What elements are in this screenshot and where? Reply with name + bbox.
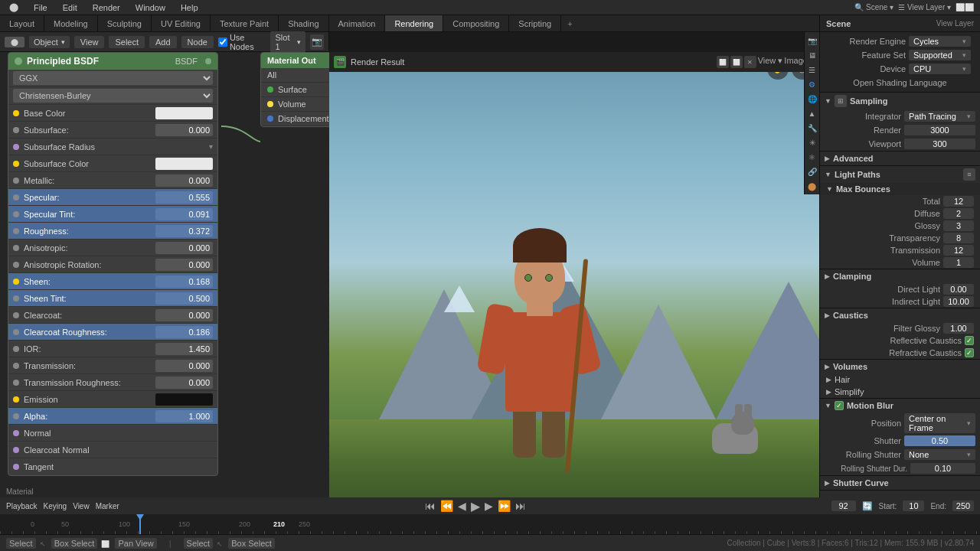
end-frame-input[interactable]: 250 bbox=[952, 500, 974, 511]
menu-render[interactable]: Render bbox=[90, 3, 123, 12]
specular-value[interactable]: 0.555 bbox=[155, 191, 213, 204]
prev-keyframe-btn[interactable]: ◀ bbox=[458, 500, 466, 512]
tab-compositing[interactable]: Compositing bbox=[443, 15, 509, 31]
anisotropic-socket[interactable] bbox=[13, 245, 19, 251]
playback-dropdown[interactable]: Playback bbox=[6, 502, 38, 510]
loop-icon[interactable]: 🔄 bbox=[862, 501, 873, 511]
emission-swatch[interactable] bbox=[155, 393, 213, 406]
motion-blur-header[interactable]: ▼ ✓ Motion Blur bbox=[820, 399, 980, 412]
select-btn-2[interactable]: Select bbox=[184, 538, 214, 549]
sheen-socket[interactable] bbox=[13, 279, 19, 285]
node-output-socket[interactable] bbox=[205, 58, 211, 64]
render-properties-icon[interactable]: 📷 bbox=[805, 34, 819, 47]
anisotropic-rotation-value[interactable]: 0.000 bbox=[155, 259, 213, 271]
roughness-value[interactable]: 0.372 bbox=[155, 225, 213, 237]
clearcoat-socket[interactable] bbox=[13, 312, 19, 318]
ggx-dropdown[interactable]: GGX bbox=[13, 71, 213, 85]
view-layer-selector[interactable]: ☰ View Layer ▾ bbox=[898, 3, 951, 11]
tab-uv-editing[interactable]: UV Editing bbox=[152, 15, 211, 31]
select-menu[interactable]: Select bbox=[109, 36, 145, 48]
emission-socket[interactable] bbox=[13, 396, 19, 403]
output-properties-icon[interactable]: 🖥 bbox=[805, 48, 819, 62]
normal-socket[interactable] bbox=[13, 430, 19, 436]
rolling-shutter-dropdown[interactable]: None▾ bbox=[904, 449, 975, 460]
anisotropic-rotation-socket[interactable] bbox=[13, 262, 19, 268]
specular-tint-value[interactable]: 0.091 bbox=[155, 208, 213, 220]
box-select-btn-2[interactable]: Box Select bbox=[228, 538, 275, 549]
material-properties-icon[interactable]: ⬤ bbox=[805, 179, 819, 193]
roughness-socket[interactable] bbox=[13, 228, 19, 234]
tab-modeling[interactable]: Modeling bbox=[44, 15, 98, 31]
add-menu[interactable]: Add bbox=[149, 36, 177, 48]
alpha-value[interactable]: 1.000 bbox=[155, 410, 213, 422]
go-start-btn[interactable]: ⏮ bbox=[425, 500, 436, 512]
transparency-value[interactable]: 8 bbox=[943, 233, 974, 243]
tab-sculpting[interactable]: Sculpting bbox=[98, 15, 152, 31]
clearcoat-normal-socket[interactable] bbox=[13, 447, 19, 453]
volumes-header[interactable]: ▶ Volumes bbox=[820, 360, 980, 373]
clearcoat-value[interactable]: 0.000 bbox=[155, 309, 213, 321]
menu-window[interactable]: Window bbox=[132, 3, 168, 12]
world-properties-icon[interactable]: 🌐 bbox=[805, 92, 819, 106]
diffuse-value[interactable]: 2 bbox=[943, 208, 974, 219]
reflective-caustics-checkbox[interactable]: ✓ bbox=[965, 336, 974, 345]
specular-tint-socket[interactable] bbox=[13, 211, 19, 217]
specular-socket[interactable] bbox=[13, 194, 19, 201]
start-frame-input[interactable]: 10 bbox=[903, 500, 924, 511]
sheen-tint-socket[interactable] bbox=[13, 295, 19, 302]
render-icon[interactable]: 🎬 bbox=[334, 56, 346, 68]
render-settings-icon[interactable]: ⬜ bbox=[717, 56, 729, 68]
prev-frame-btn[interactable]: ⏪ bbox=[440, 500, 453, 512]
indirect-light-value[interactable]: 10.00 bbox=[943, 296, 974, 307]
direct-light-value[interactable]: 0.00 bbox=[943, 284, 974, 295]
subsurface-value[interactable]: 0.000 bbox=[155, 124, 213, 136]
shutter-curve-header[interactable]: ▶ Shutter Curve bbox=[820, 476, 980, 490]
node-menu[interactable]: Node bbox=[181, 36, 214, 48]
scene-properties-icon[interactable]: ⚙ bbox=[805, 77, 819, 91]
transmission-value[interactable]: 0.000 bbox=[155, 360, 213, 372]
render-samples-value[interactable]: 3000 bbox=[904, 125, 975, 135]
integrator-dropdown[interactable]: Path Tracing▾ bbox=[904, 111, 975, 122]
render-view-dropdown[interactable]: View ▾ bbox=[758, 56, 783, 68]
clearcoat-roughness-socket[interactable] bbox=[13, 329, 19, 335]
select-btn[interactable]: Select bbox=[6, 538, 36, 549]
metallic-socket[interactable] bbox=[13, 178, 19, 184]
pan-view-btn[interactable]: Pan View bbox=[115, 538, 156, 549]
advanced-header[interactable]: ▶ Advanced bbox=[820, 152, 980, 165]
ior-value[interactable]: 1.450 bbox=[155, 343, 213, 355]
caustics-header[interactable]: ▶ Caustics bbox=[820, 308, 980, 322]
alpha-socket[interactable] bbox=[13, 413, 19, 419]
keying-dropdown[interactable]: Keying bbox=[44, 502, 67, 510]
tab-animation[interactable]: Animation bbox=[329, 15, 386, 31]
filter-glossy-value[interactable]: 1.00 bbox=[943, 323, 974, 334]
transmission-b-value[interactable]: 12 bbox=[943, 245, 974, 256]
light-paths-header[interactable]: ▼ Light Paths ≡ bbox=[820, 166, 980, 183]
tab-layout[interactable]: Layout bbox=[0, 15, 44, 31]
go-end-btn[interactable]: ⏭ bbox=[515, 500, 526, 512]
use-nodes-toggle[interactable]: Use Nodes bbox=[218, 33, 266, 51]
tangent-socket[interactable] bbox=[13, 464, 19, 470]
tab-shading[interactable]: Shading bbox=[279, 15, 328, 31]
next-frame-btn[interactable]: ⏩ bbox=[498, 500, 511, 512]
sampling-header[interactable]: ▼ ⊞ Sampling bbox=[820, 93, 980, 109]
refractive-caustics-checkbox[interactable]: ✓ bbox=[965, 348, 974, 357]
view-dropdown[interactable]: View bbox=[73, 502, 90, 510]
menu-edit[interactable]: Edit bbox=[60, 3, 80, 12]
render-engine-dropdown[interactable]: Cycles▾ bbox=[909, 36, 971, 47]
tab-rendering[interactable]: Rendering bbox=[385, 15, 443, 31]
use-nodes-checkbox[interactable] bbox=[218, 37, 227, 47]
surface-socket[interactable] bbox=[267, 86, 273, 93]
sheen-value[interactable]: 0.168 bbox=[155, 276, 213, 288]
sheen-tint-value[interactable]: 0.500 bbox=[155, 292, 213, 305]
base-color-socket[interactable] bbox=[13, 110, 19, 116]
subsurface-radius-socket[interactable] bbox=[13, 144, 19, 150]
render-display-icon[interactable]: ⬜ bbox=[730, 56, 743, 68]
anisotropic-value[interactable]: 0.000 bbox=[155, 242, 213, 254]
volume-socket[interactable] bbox=[267, 101, 273, 107]
particle-properties-icon[interactable]: ✳ bbox=[805, 135, 819, 149]
tab-scripting[interactable]: Scripting bbox=[509, 15, 561, 31]
menu-file[interactable]: File bbox=[31, 3, 51, 12]
modifier-properties-icon[interactable]: 🔧 bbox=[805, 121, 819, 135]
clearcoat-roughness-value[interactable]: 0.186 bbox=[155, 326, 213, 338]
glossy-value[interactable]: 3 bbox=[943, 220, 974, 231]
